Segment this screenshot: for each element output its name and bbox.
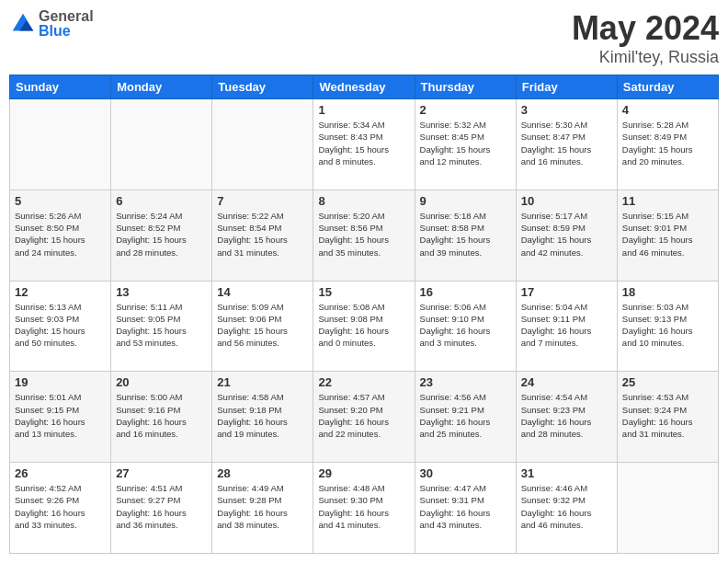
table-row: 4Sunrise: 5:28 AM Sunset: 8:49 PM Daylig… xyxy=(617,99,718,190)
day-info: Sunrise: 5:08 AM Sunset: 9:08 PM Dayligh… xyxy=(318,301,409,350)
day-info: Sunrise: 5:11 AM Sunset: 9:05 PM Dayligh… xyxy=(116,301,207,350)
table-row xyxy=(10,99,111,190)
table-row xyxy=(617,463,718,554)
table-row: 8Sunrise: 5:20 AM Sunset: 8:56 PM Daylig… xyxy=(313,190,415,281)
table-row: 16Sunrise: 5:06 AM Sunset: 9:10 PM Dayli… xyxy=(415,281,516,372)
day-number: 19 xyxy=(15,375,106,389)
calendar-week-row: 19Sunrise: 5:01 AM Sunset: 9:15 PM Dayli… xyxy=(10,372,719,463)
day-info: Sunrise: 5:17 AM Sunset: 8:59 PM Dayligh… xyxy=(521,210,612,259)
day-info: Sunrise: 5:22 AM Sunset: 8:54 PM Dayligh… xyxy=(217,210,308,259)
table-row: 5Sunrise: 5:26 AM Sunset: 8:50 PM Daylig… xyxy=(10,190,111,281)
table-row: 19Sunrise: 5:01 AM Sunset: 9:15 PM Dayli… xyxy=(10,372,111,463)
day-info: Sunrise: 5:03 AM Sunset: 9:13 PM Dayligh… xyxy=(622,301,713,350)
table-row: 13Sunrise: 5:11 AM Sunset: 9:05 PM Dayli… xyxy=(111,281,212,372)
table-row: 24Sunrise: 4:54 AM Sunset: 9:23 PM Dayli… xyxy=(516,372,617,463)
page: General Blue May 2024 Kimil'tey, Russia … xyxy=(0,0,728,563)
table-row: 1Sunrise: 5:34 AM Sunset: 8:43 PM Daylig… xyxy=(313,99,415,190)
day-info: Sunrise: 4:57 AM Sunset: 9:20 PM Dayligh… xyxy=(318,391,409,440)
day-info: Sunrise: 5:20 AM Sunset: 8:56 PM Dayligh… xyxy=(318,210,409,259)
day-info: Sunrise: 4:51 AM Sunset: 9:27 PM Dayligh… xyxy=(116,482,207,531)
day-number: 22 xyxy=(318,375,409,389)
header-tuesday: Tuesday xyxy=(212,75,313,99)
day-number: 29 xyxy=(318,466,409,480)
day-number: 18 xyxy=(622,285,713,299)
day-number: 27 xyxy=(116,466,207,480)
day-number: 21 xyxy=(217,375,308,389)
day-number: 4 xyxy=(622,103,713,117)
day-info: Sunrise: 5:32 AM Sunset: 8:45 PM Dayligh… xyxy=(420,119,511,167)
day-info: Sunrise: 4:47 AM Sunset: 9:31 PM Dayligh… xyxy=(420,482,511,531)
day-info: Sunrise: 5:13 AM Sunset: 9:03 PM Dayligh… xyxy=(15,301,106,350)
header-monday: Monday xyxy=(111,75,212,99)
calendar-week-row: 1Sunrise: 5:34 AM Sunset: 8:43 PM Daylig… xyxy=(10,99,719,190)
logo: General Blue xyxy=(9,9,94,39)
day-number: 9 xyxy=(420,194,511,208)
day-number: 23 xyxy=(420,375,511,389)
day-number: 6 xyxy=(116,194,207,208)
day-info: Sunrise: 4:49 AM Sunset: 9:28 PM Dayligh… xyxy=(217,482,308,531)
day-number: 13 xyxy=(116,285,207,299)
day-number: 1 xyxy=(318,103,409,117)
table-row: 11Sunrise: 5:15 AM Sunset: 9:01 PM Dayli… xyxy=(617,190,718,281)
day-info: Sunrise: 5:01 AM Sunset: 9:15 PM Dayligh… xyxy=(15,391,106,440)
header-wednesday: Wednesday xyxy=(313,75,415,99)
table-row xyxy=(111,99,212,190)
day-info: Sunrise: 5:18 AM Sunset: 8:58 PM Dayligh… xyxy=(420,210,511,259)
table-row: 27Sunrise: 4:51 AM Sunset: 9:27 PM Dayli… xyxy=(111,463,212,554)
table-row: 22Sunrise: 4:57 AM Sunset: 9:20 PM Dayli… xyxy=(313,372,415,463)
logo-general: General xyxy=(39,9,94,24)
day-number: 14 xyxy=(217,285,308,299)
day-info: Sunrise: 4:46 AM Sunset: 9:32 PM Dayligh… xyxy=(521,482,612,531)
day-info: Sunrise: 5:24 AM Sunset: 8:52 PM Dayligh… xyxy=(116,210,207,259)
table-row: 9Sunrise: 5:18 AM Sunset: 8:58 PM Daylig… xyxy=(415,190,516,281)
table-row: 31Sunrise: 4:46 AM Sunset: 9:32 PM Dayli… xyxy=(516,463,617,554)
day-info: Sunrise: 5:28 AM Sunset: 8:49 PM Dayligh… xyxy=(622,119,713,167)
day-number: 25 xyxy=(622,375,713,389)
day-info: Sunrise: 4:53 AM Sunset: 9:24 PM Dayligh… xyxy=(622,391,713,440)
table-row: 7Sunrise: 5:22 AM Sunset: 8:54 PM Daylig… xyxy=(212,190,313,281)
day-info: Sunrise: 5:34 AM Sunset: 8:43 PM Dayligh… xyxy=(318,119,409,167)
header-saturday: Saturday xyxy=(617,75,718,99)
table-row: 14Sunrise: 5:09 AM Sunset: 9:06 PM Dayli… xyxy=(212,281,313,372)
day-info: Sunrise: 5:04 AM Sunset: 9:11 PM Dayligh… xyxy=(521,301,612,350)
day-info: Sunrise: 4:58 AM Sunset: 9:18 PM Dayligh… xyxy=(217,391,308,440)
calendar-week-row: 12Sunrise: 5:13 AM Sunset: 9:03 PM Dayli… xyxy=(10,281,719,372)
table-row: 23Sunrise: 4:56 AM Sunset: 9:21 PM Dayli… xyxy=(415,372,516,463)
day-number: 3 xyxy=(521,103,612,117)
table-row: 15Sunrise: 5:08 AM Sunset: 9:08 PM Dayli… xyxy=(313,281,415,372)
day-number: 26 xyxy=(15,466,106,480)
day-info: Sunrise: 5:26 AM Sunset: 8:50 PM Dayligh… xyxy=(15,210,106,259)
day-number: 16 xyxy=(420,285,511,299)
day-info: Sunrise: 4:48 AM Sunset: 9:30 PM Dayligh… xyxy=(318,482,409,531)
table-row: 6Sunrise: 5:24 AM Sunset: 8:52 PM Daylig… xyxy=(111,190,212,281)
title-section: May 2024 Kimil'tey, Russia xyxy=(572,9,719,67)
logo-text-wrapper: General Blue xyxy=(39,9,94,39)
calendar-week-row: 5Sunrise: 5:26 AM Sunset: 8:50 PM Daylig… xyxy=(10,190,719,281)
day-number: 12 xyxy=(15,285,106,299)
header-friday: Friday xyxy=(516,75,617,99)
day-info: Sunrise: 4:56 AM Sunset: 9:21 PM Dayligh… xyxy=(420,391,511,440)
weekday-header-row: Sunday Monday Tuesday Wednesday Thursday… xyxy=(10,75,719,99)
calendar-table: Sunday Monday Tuesday Wednesday Thursday… xyxy=(9,75,719,554)
table-row: 18Sunrise: 5:03 AM Sunset: 9:13 PM Dayli… xyxy=(617,281,718,372)
header: General Blue May 2024 Kimil'tey, Russia xyxy=(9,9,719,67)
main-title: May 2024 xyxy=(572,9,719,48)
day-info: Sunrise: 5:06 AM Sunset: 9:10 PM Dayligh… xyxy=(420,301,511,350)
table-row xyxy=(212,99,313,190)
table-row: 21Sunrise: 4:58 AM Sunset: 9:18 PM Dayli… xyxy=(212,372,313,463)
day-info: Sunrise: 5:15 AM Sunset: 9:01 PM Dayligh… xyxy=(622,210,713,259)
day-info: Sunrise: 5:09 AM Sunset: 9:06 PM Dayligh… xyxy=(217,301,308,350)
day-number: 11 xyxy=(622,194,713,208)
day-number: 8 xyxy=(318,194,409,208)
table-row: 20Sunrise: 5:00 AM Sunset: 9:16 PM Dayli… xyxy=(111,372,212,463)
table-row: 17Sunrise: 5:04 AM Sunset: 9:11 PM Dayli… xyxy=(516,281,617,372)
table-row: 3Sunrise: 5:30 AM Sunset: 8:47 PM Daylig… xyxy=(516,99,617,190)
table-row: 10Sunrise: 5:17 AM Sunset: 8:59 PM Dayli… xyxy=(516,190,617,281)
day-info: Sunrise: 4:54 AM Sunset: 9:23 PM Dayligh… xyxy=(521,391,612,440)
table-row: 26Sunrise: 4:52 AM Sunset: 9:26 PM Dayli… xyxy=(10,463,111,554)
day-number: 20 xyxy=(116,375,207,389)
table-row: 25Sunrise: 4:53 AM Sunset: 9:24 PM Dayli… xyxy=(617,372,718,463)
day-number: 28 xyxy=(217,466,308,480)
day-number: 15 xyxy=(318,285,409,299)
day-info: Sunrise: 5:00 AM Sunset: 9:16 PM Dayligh… xyxy=(116,391,207,440)
